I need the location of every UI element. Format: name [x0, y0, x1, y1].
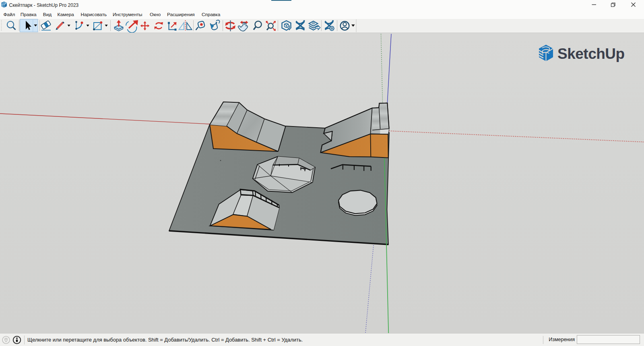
svg-text:SketchUp: SketchUp	[557, 46, 625, 62]
